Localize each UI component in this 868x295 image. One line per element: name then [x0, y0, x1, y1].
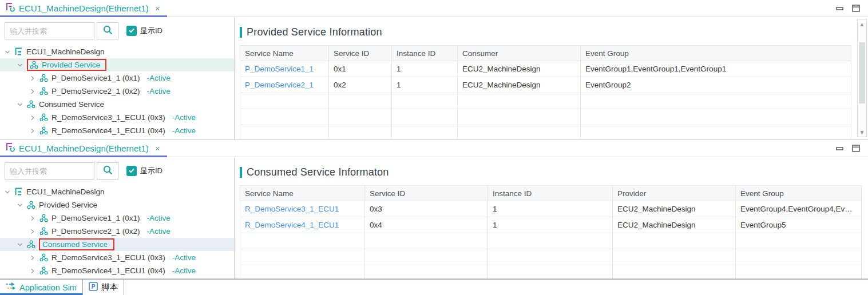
tab-title: ECU1_MachineDesign(Ethernet1) — [19, 3, 149, 13]
table-cell — [458, 93, 581, 109]
close-icon[interactable]: × — [155, 3, 160, 13]
show-id-checkbox[interactable] — [126, 26, 137, 36]
maximize-icon[interactable] — [852, 5, 860, 12]
minimize-icon[interactable] — [836, 5, 844, 12]
chevron-down-icon[interactable] — [16, 202, 23, 208]
show-id-checkbox[interactable] — [126, 166, 137, 176]
chevron-down-icon[interactable] — [16, 102, 23, 107]
tree-item[interactable]: Consumed Service — [0, 98, 234, 111]
table-row-empty — [240, 233, 862, 249]
chevron-right-icon[interactable] — [29, 216, 36, 221]
chevron-down-icon[interactable] — [16, 62, 23, 68]
chevron-right-icon[interactable] — [29, 128, 36, 134]
table-cell: 0x2 — [329, 77, 392, 93]
table-cell: ECU2_MachineDesign — [613, 201, 736, 217]
table-cell: 1 — [488, 217, 613, 233]
search-input[interactable] — [5, 162, 94, 180]
table-cell — [329, 109, 392, 125]
maximize-icon[interactable] — [852, 145, 860, 152]
tree-item-label: ECU1_MachineDesign — [26, 47, 105, 56]
chevron-right-icon[interactable] — [29, 115, 36, 121]
column-header[interactable]: Consumer — [458, 46, 581, 61]
tab-application-sim[interactable]: Application Sim — [0, 280, 83, 295]
annotation-red-box: Consumed Service — [39, 238, 114, 250]
search-input[interactable] — [5, 22, 94, 39]
table-cell — [240, 265, 365, 279]
chevron-right-icon[interactable] — [29, 229, 36, 234]
tree-item[interactable]: P_DemoService1_1 (0x1)-Active — [0, 71, 234, 85]
table-cell — [392, 93, 458, 109]
chevron-down-icon[interactable] — [3, 189, 11, 195]
table-cell — [736, 233, 862, 249]
table-cell — [581, 125, 851, 139]
tree-item[interactable]: P_DemoService2_1 (0x2)-Active — [0, 225, 234, 238]
minimize-icon[interactable] — [836, 145, 844, 152]
chevron-right-icon[interactable] — [29, 75, 36, 81]
column-header[interactable]: Event Group — [581, 46, 851, 61]
chevron-right-icon[interactable] — [29, 89, 36, 94]
section-title-text: Consumed Service Informaton — [247, 166, 389, 178]
table-cell — [736, 249, 862, 265]
tree-item[interactable]: Provided Service — [0, 58, 234, 71]
column-header[interactable]: Service ID — [365, 186, 488, 201]
tree-item[interactable]: Consumed Service — [0, 238, 234, 251]
column-header[interactable]: Instance ID — [392, 46, 458, 61]
search-button[interactable] — [97, 162, 118, 180]
service-name-link[interactable]: R_DemoService4_1_ECU1 — [240, 217, 365, 233]
scroll-up-icon[interactable]: ▲ — [858, 19, 866, 29]
table-cell — [458, 125, 581, 139]
tree-item[interactable]: R_DemoService3_1_ECU1 (0x3)-Active — [0, 111, 234, 124]
column-header[interactable]: Provider — [613, 186, 736, 201]
tree-item-label: R_DemoService4_1_ECU1 (0x4) — [51, 126, 165, 135]
tree-item[interactable]: ECU1_MachineDesign — [0, 45, 234, 58]
simulation-icon — [6, 282, 16, 293]
tree-item[interactable]: R_DemoService4_1_ECU1 (0x4)-Active — [0, 264, 234, 277]
ecu-icon — [14, 47, 23, 56]
column-header[interactable]: Service Name — [240, 186, 365, 201]
search-row: 显示ID — [0, 17, 234, 44]
detail-pane: Consumed Service Informaton Service Name… — [235, 157, 868, 278]
tree-item[interactable]: ECU1_MachineDesign — [0, 185, 234, 198]
chevron-down-icon[interactable] — [16, 242, 23, 248]
table-cell — [240, 249, 365, 265]
chevron-down-icon[interactable] — [3, 49, 11, 55]
column-header[interactable]: Instance ID — [488, 186, 613, 201]
table-row-empty — [240, 93, 851, 109]
service-tree: ECU1_MachineDesignProvided ServiceP_Demo… — [0, 184, 234, 277]
column-header[interactable]: Service ID — [329, 46, 392, 61]
tab-title: ECU1_MachineDesign(Ethernet1) — [19, 143, 149, 153]
tab-ecu1-machinedesign[interactable]: ECU1_MachineDesign(Ethernet1) × — [0, 140, 167, 157]
table-cell: EventGroup1,EventGroup1,EventGroup1 — [581, 61, 851, 77]
service-icon — [27, 240, 35, 249]
scrollbar-thumb[interactable] — [859, 42, 865, 103]
tree-item[interactable]: R_DemoService4_1_ECU1 (0x4)-Active — [0, 124, 234, 137]
tab-script[interactable]: P 脚本 — [83, 280, 124, 295]
table-cell — [736, 265, 862, 279]
search-button[interactable] — [97, 22, 118, 39]
column-header[interactable]: Service Name — [240, 46, 329, 61]
chevron-right-icon[interactable] — [29, 255, 36, 261]
table-row: R_DemoService4_1_ECU10x41ECU2_MachineDes… — [240, 217, 862, 233]
tree-item[interactable]: R_DemoService3_1_ECU1 (0x3)-Active — [0, 251, 234, 264]
service-name-link[interactable]: P_DemoService1_1 — [240, 61, 329, 77]
service-name-link[interactable]: R_DemoService3_1_ECU1 — [240, 201, 365, 217]
column-header[interactable]: Event Group — [736, 186, 862, 201]
scrollbar-track[interactable] — [858, 29, 866, 127]
table-cell — [581, 109, 851, 125]
table-cell — [365, 233, 488, 249]
tree-item[interactable]: P_DemoService2_1 (0x2)-Active — [0, 85, 234, 98]
close-icon[interactable]: × — [155, 143, 160, 153]
tree-item[interactable]: Provided Service — [0, 198, 234, 212]
scroll-down-icon[interactable]: ▼ — [858, 127, 866, 137]
vertical-scrollbar[interactable]: ▲ ▼ — [857, 19, 867, 137]
show-id-label: 显示ID — [140, 26, 162, 36]
service-name-link[interactable]: P_DemoService2_1 — [240, 77, 329, 93]
chevron-right-icon[interactable] — [29, 268, 36, 274]
show-id-label: 显示ID — [140, 166, 162, 176]
tree-item-status: -Active — [172, 253, 196, 262]
window-controls — [836, 0, 868, 17]
tree-item[interactable]: P_DemoService1_1 (0x1)-Active — [0, 212, 234, 225]
title-accent-bar — [240, 167, 242, 178]
tree-item-label: Provided Service — [42, 61, 100, 69]
tab-ecu1-machinedesign[interactable]: ECU1_MachineDesign(Ethernet1) × — [0, 0, 167, 17]
